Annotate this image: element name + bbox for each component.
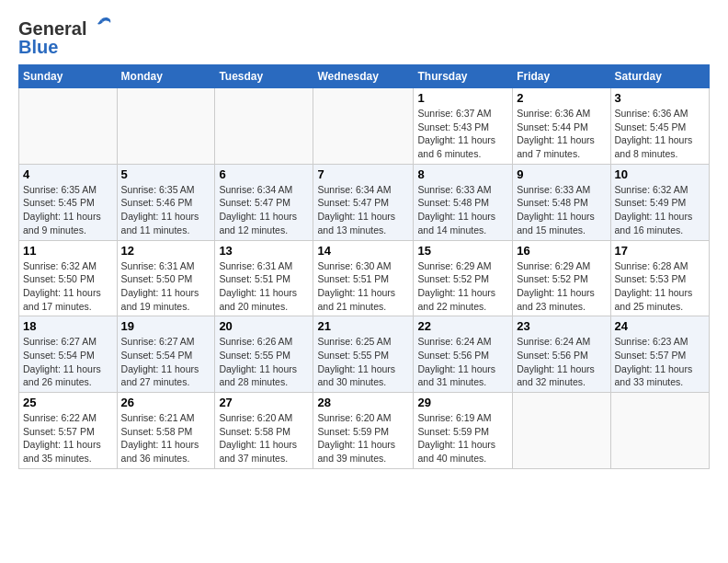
calendar-cell: 7Sunrise: 6:34 AM Sunset: 5:47 PM Daylig… <box>313 164 414 240</box>
day-info: Sunrise: 6:35 AM Sunset: 5:46 PM Dayligh… <box>121 183 211 237</box>
calendar-cell: 20Sunrise: 6:26 AM Sunset: 5:55 PM Dayli… <box>215 316 313 393</box>
day-info: Sunrise: 6:31 AM Sunset: 5:51 PM Dayligh… <box>219 259 309 314</box>
day-number: 9 <box>517 167 606 181</box>
day-number: 4 <box>23 167 113 181</box>
calendar-cell: 29Sunrise: 6:19 AM Sunset: 5:59 PM Dayli… <box>414 393 513 469</box>
logo: General Blue <box>18 18 114 57</box>
weekday-header-tuesday: Tuesday <box>215 65 313 88</box>
day-number: 25 <box>23 396 113 409</box>
weekday-header-sunday: Sunday <box>19 65 118 88</box>
calendar-cell: 23Sunrise: 6:24 AM Sunset: 5:56 PM Dayli… <box>513 316 610 393</box>
day-number: 8 <box>417 167 508 181</box>
day-number: 11 <box>23 244 113 258</box>
day-info: Sunrise: 6:27 AM Sunset: 5:54 PM Dayligh… <box>121 335 211 389</box>
day-number: 19 <box>121 319 211 333</box>
calendar-cell <box>610 393 709 469</box>
day-info: Sunrise: 6:34 AM Sunset: 5:47 PM Dayligh… <box>317 183 409 237</box>
day-info: Sunrise: 6:21 AM Sunset: 5:58 PM Dayligh… <box>121 411 211 465</box>
logo-text-blue: Blue <box>18 37 114 57</box>
weekday-header-monday: Monday <box>117 65 215 88</box>
day-number: 29 <box>417 396 508 409</box>
week-row-4: 18Sunrise: 6:27 AM Sunset: 5:54 PM Dayli… <box>19 316 710 393</box>
day-number: 12 <box>121 244 211 258</box>
day-info: Sunrise: 6:19 AM Sunset: 5:59 PM Dayligh… <box>417 411 508 465</box>
day-info: Sunrise: 6:36 AM Sunset: 5:44 PM Dayligh… <box>517 107 606 161</box>
page: General Blue SundayMondayTuesdayWednesda… <box>0 0 728 478</box>
day-info: Sunrise: 6:20 AM Sunset: 5:58 PM Dayligh… <box>219 411 309 465</box>
day-info: Sunrise: 6:28 AM Sunset: 5:53 PM Dayligh… <box>615 259 705 314</box>
day-number: 23 <box>517 319 606 333</box>
day-number: 3 <box>615 91 705 105</box>
day-info: Sunrise: 6:29 AM Sunset: 5:52 PM Dayligh… <box>417 259 508 314</box>
day-info: Sunrise: 6:27 AM Sunset: 5:54 PM Dayligh… <box>23 335 113 389</box>
calendar-cell: 17Sunrise: 6:28 AM Sunset: 5:53 PM Dayli… <box>610 240 709 316</box>
day-number: 26 <box>121 396 211 409</box>
weekday-header-row: SundayMondayTuesdayWednesdayThursdayFrid… <box>19 65 710 88</box>
calendar-cell <box>19 88 118 165</box>
calendar-cell: 12Sunrise: 6:31 AM Sunset: 5:50 PM Dayli… <box>117 240 215 316</box>
weekday-header-saturday: Saturday <box>610 65 709 88</box>
week-row-5: 25Sunrise: 6:22 AM Sunset: 5:57 PM Dayli… <box>19 393 710 469</box>
logo-bird-icon <box>88 16 114 38</box>
day-number: 14 <box>317 244 409 258</box>
day-number: 20 <box>219 319 309 333</box>
day-info: Sunrise: 6:35 AM Sunset: 5:45 PM Dayligh… <box>23 183 113 237</box>
day-info: Sunrise: 6:36 AM Sunset: 5:45 PM Dayligh… <box>615 107 705 161</box>
calendar-cell: 19Sunrise: 6:27 AM Sunset: 5:54 PM Dayli… <box>117 316 215 393</box>
calendar-cell: 1Sunrise: 6:37 AM Sunset: 5:43 PM Daylig… <box>414 88 513 165</box>
calendar-cell <box>313 88 414 165</box>
day-info: Sunrise: 6:20 AM Sunset: 5:59 PM Dayligh… <box>317 411 409 465</box>
calendar-cell <box>117 88 215 165</box>
day-number: 27 <box>219 396 309 409</box>
calendar-cell: 18Sunrise: 6:27 AM Sunset: 5:54 PM Dayli… <box>19 316 118 393</box>
calendar-cell: 3Sunrise: 6:36 AM Sunset: 5:45 PM Daylig… <box>610 88 709 165</box>
day-info: Sunrise: 6:26 AM Sunset: 5:55 PM Dayligh… <box>219 335 309 389</box>
weekday-header-thursday: Thursday <box>414 65 513 88</box>
calendar-cell: 25Sunrise: 6:22 AM Sunset: 5:57 PM Dayli… <box>19 393 118 469</box>
calendar-cell: 11Sunrise: 6:32 AM Sunset: 5:50 PM Dayli… <box>19 240 118 316</box>
day-number: 5 <box>121 167 211 181</box>
day-number: 6 <box>219 167 309 181</box>
calendar-cell <box>215 88 313 165</box>
calendar-cell: 16Sunrise: 6:29 AM Sunset: 5:52 PM Dayli… <box>513 240 610 316</box>
calendar-table: SundayMondayTuesdayWednesdayThursdayFrid… <box>18 64 710 469</box>
day-number: 24 <box>615 319 705 333</box>
day-info: Sunrise: 6:32 AM Sunset: 5:50 PM Dayligh… <box>23 259 113 314</box>
calendar-cell: 21Sunrise: 6:25 AM Sunset: 5:55 PM Dayli… <box>313 316 414 393</box>
weekday-header-friday: Friday <box>513 65 610 88</box>
calendar-cell: 5Sunrise: 6:35 AM Sunset: 5:46 PM Daylig… <box>117 164 215 240</box>
day-info: Sunrise: 6:33 AM Sunset: 5:48 PM Dayligh… <box>417 183 508 237</box>
calendar-cell: 6Sunrise: 6:34 AM Sunset: 5:47 PM Daylig… <box>215 164 313 240</box>
day-info: Sunrise: 6:24 AM Sunset: 5:56 PM Dayligh… <box>517 335 606 389</box>
day-info: Sunrise: 6:23 AM Sunset: 5:57 PM Dayligh… <box>615 335 705 389</box>
logo-text-general: General <box>18 18 86 39</box>
day-number: 22 <box>417 319 508 333</box>
day-info: Sunrise: 6:32 AM Sunset: 5:49 PM Dayligh… <box>615 183 705 237</box>
calendar-cell: 10Sunrise: 6:32 AM Sunset: 5:49 PM Dayli… <box>610 164 709 240</box>
calendar-cell: 24Sunrise: 6:23 AM Sunset: 5:57 PM Dayli… <box>610 316 709 393</box>
day-info: Sunrise: 6:33 AM Sunset: 5:48 PM Dayligh… <box>517 183 606 237</box>
header: General Blue <box>18 18 710 57</box>
day-info: Sunrise: 6:34 AM Sunset: 5:47 PM Dayligh… <box>219 183 309 237</box>
calendar-cell: 28Sunrise: 6:20 AM Sunset: 5:59 PM Dayli… <box>313 393 414 469</box>
calendar-cell: 14Sunrise: 6:30 AM Sunset: 5:51 PM Dayli… <box>313 240 414 316</box>
day-number: 17 <box>615 244 705 258</box>
calendar-cell: 9Sunrise: 6:33 AM Sunset: 5:48 PM Daylig… <box>513 164 610 240</box>
day-info: Sunrise: 6:22 AM Sunset: 5:57 PM Dayligh… <box>23 411 113 465</box>
day-info: Sunrise: 6:30 AM Sunset: 5:51 PM Dayligh… <box>317 259 409 314</box>
calendar-cell: 2Sunrise: 6:36 AM Sunset: 5:44 PM Daylig… <box>513 88 610 165</box>
calendar-cell: 8Sunrise: 6:33 AM Sunset: 5:48 PM Daylig… <box>414 164 513 240</box>
calendar-cell: 26Sunrise: 6:21 AM Sunset: 5:58 PM Dayli… <box>117 393 215 469</box>
day-number: 28 <box>317 396 409 409</box>
calendar-cell: 22Sunrise: 6:24 AM Sunset: 5:56 PM Dayli… <box>414 316 513 393</box>
day-info: Sunrise: 6:24 AM Sunset: 5:56 PM Dayligh… <box>417 335 508 389</box>
calendar-cell: 4Sunrise: 6:35 AM Sunset: 5:45 PM Daylig… <box>19 164 118 240</box>
day-number: 1 <box>417 91 508 105</box>
day-number: 10 <box>615 167 705 181</box>
calendar-cell: 13Sunrise: 6:31 AM Sunset: 5:51 PM Dayli… <box>215 240 313 316</box>
day-info: Sunrise: 6:37 AM Sunset: 5:43 PM Dayligh… <box>417 107 508 161</box>
calendar-cell: 15Sunrise: 6:29 AM Sunset: 5:52 PM Dayli… <box>414 240 513 316</box>
week-row-1: 1Sunrise: 6:37 AM Sunset: 5:43 PM Daylig… <box>19 88 710 165</box>
calendar-body: 1Sunrise: 6:37 AM Sunset: 5:43 PM Daylig… <box>19 88 710 469</box>
day-info: Sunrise: 6:25 AM Sunset: 5:55 PM Dayligh… <box>317 335 409 389</box>
